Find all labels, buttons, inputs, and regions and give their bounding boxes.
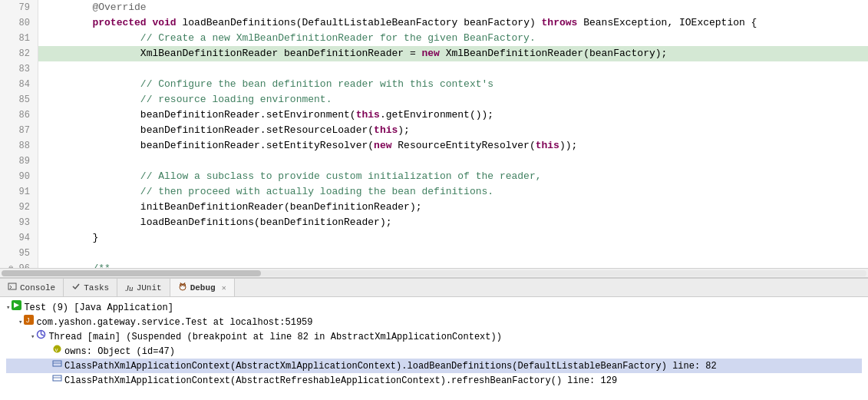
stackframe-icon — [52, 359, 62, 373]
line-content: // Create a new XmlBeanDefinitionReader … — [38, 31, 868, 46]
panel-tab-debug[interactable]: Debug✕ — [170, 279, 235, 296]
code-line-82: 82 XmlBeanDefinitionReader beanDefinitio… — [0, 46, 868, 61]
code-editor: 79 @Override80 protected void loadBeanDe… — [0, 0, 868, 268]
line-content: } — [38, 230, 868, 246]
code-line-89: 89 — [0, 154, 868, 169]
code-line-96: ⊖ 96 /** — [0, 261, 868, 268]
junit-tab-label: JUnit — [137, 283, 162, 293]
line-content — [38, 246, 868, 261]
tree-row-l2[interactable]: ▾Thread [main] (Suspended (breakpoint at… — [6, 329, 862, 344]
tasks-tab-label: Tasks — [84, 283, 109, 293]
line-number: 86 — [0, 107, 38, 123]
test-root-icon — [12, 300, 21, 315]
line-number: 92 — [0, 200, 38, 215]
expand-arrow-icon[interactable]: ▾ — [6, 301, 10, 315]
line-number: 80 — [0, 15, 38, 31]
tree-row-l3[interactable]: vowns: Object (id=47) — [6, 344, 862, 359]
panel-content: ▾Test (9) [Java Application]▾Jcom.yashon… — [0, 297, 868, 400]
panel-tabs: ConsoleTasksJuJUnitDebug✕ — [0, 279, 868, 297]
tasks-icon — [71, 282, 81, 293]
line-content: /** — [38, 261, 868, 268]
tree-row-l3[interactable]: ClassPathXmlApplicationContext(AbstractX… — [6, 359, 862, 373]
java-app-icon: J — [24, 315, 34, 329]
tree-row-l3[interactable]: ClassPathXmlApplicationContext(AbstractR… — [6, 373, 862, 388]
code-line-94: 94 } — [0, 230, 868, 246]
panel-tab-tasks[interactable]: Tasks — [64, 279, 117, 296]
code-line-79: 79 @Override — [0, 0, 868, 15]
panel-tab-junit[interactable]: JuJUnit — [117, 279, 170, 296]
line-content — [38, 154, 868, 169]
tree-l3-label: owns: Object (id=47) — [64, 345, 175, 359]
svg-line-12 — [41, 335, 45, 336]
line-content: beanDefinitionReader.setEnvironment(this… — [38, 107, 868, 123]
tree-l3-label: ClassPathXmlApplicationContext(AbstractR… — [64, 374, 617, 388]
line-number: 90 — [0, 169, 38, 184]
line-number: 91 — [0, 184, 38, 200]
code-lines: 79 @Override80 protected void loadBeanDe… — [0, 0, 868, 268]
line-content: // then proceed with actually loading th… — [38, 184, 868, 200]
variable-icon: v — [52, 344, 62, 359]
console-icon — [8, 282, 17, 293]
tree-l1-label: com.yashon.gateway.service.Test at local… — [36, 316, 312, 329]
line-content: beanDefinitionReader.setResourceLoader(t… — [38, 123, 868, 138]
line-content: @Override — [38, 0, 868, 15]
code-line-84: 84 // Configure the bean definition read… — [0, 77, 868, 92]
line-content: // Allow a subclass to provide custom in… — [38, 169, 868, 184]
tree-l2-label: Thread [main] (Suspended (breakpoint at … — [48, 330, 502, 344]
tree-l3-label: ClassPathXmlApplicationContext(AbstractX… — [64, 359, 717, 373]
line-number: 95 — [0, 246, 38, 261]
line-number: 84 — [0, 77, 38, 92]
code-line-90: 90 // Allow a subclass to provide custom… — [0, 169, 868, 184]
code-line-88: 88 beanDefinitionReader.setEntityResolve… — [0, 138, 868, 154]
tree-row-root[interactable]: ▾Test (9) [Java Application] — [6, 300, 862, 315]
line-content: // Configure the bean definition reader … — [38, 77, 868, 92]
code-line-85: 85 // resource loading environment. — [0, 92, 868, 107]
panel-tab-console[interactable]: Console — [0, 279, 64, 296]
code-line-83: 83 — [0, 61, 868, 77]
code-line-86: 86 beanDefinitionReader.setEnvironment(t… — [0, 107, 868, 123]
thread-icon — [36, 329, 46, 344]
code-line-81: 81 // Create a new XmlBeanDefinitionRead… — [0, 31, 868, 46]
line-number: 89 — [0, 154, 38, 169]
code-line-93: 93 loadBeanDefinitions(beanDefinitionRea… — [0, 215, 868, 230]
stackframe-icon — [52, 373, 62, 388]
scrollbar-track[interactable] — [2, 270, 866, 276]
line-content — [38, 61, 868, 77]
expand-arrow-icon[interactable]: ▾ — [31, 330, 35, 344]
svg-text:v: v — [55, 346, 58, 353]
bottom-panel: ConsoleTasksJuJUnitDebug✕ ▾Test (9) [Jav… — [0, 277, 868, 400]
line-content: initBeanDefinitionReader(beanDefinitionR… — [38, 200, 868, 215]
line-number: 79 — [0, 0, 38, 15]
line-content: beanDefinitionReader.setEntityResolver(n… — [38, 138, 868, 154]
code-line-95: 95 — [0, 246, 868, 261]
console-tab-label: Console — [20, 283, 55, 293]
debug-tab-label: Debug — [190, 283, 216, 293]
line-number: 83 — [0, 61, 38, 77]
line-number: 94 — [0, 230, 38, 246]
debug-tree: ▾Test (9) [Java Application]▾Jcom.yashon… — [0, 297, 868, 391]
tree-row-l1[interactable]: ▾Jcom.yashon.gateway.service.Test at loc… — [6, 315, 862, 329]
svg-rect-0 — [8, 283, 16, 289]
junit-icon: Ju — [125, 283, 133, 293]
expand-arrow-icon[interactable]: ▾ — [18, 316, 22, 329]
svg-point-1 — [180, 284, 186, 290]
code-line-80: 80 protected void loadBeanDefinitions(De… — [0, 15, 868, 31]
line-number: 85 — [0, 92, 38, 107]
line-number: 87 — [0, 123, 38, 138]
scrollbar-thumb[interactable] — [2, 270, 261, 276]
code-line-87: 87 beanDefinitionReader.setResourceLoade… — [0, 123, 868, 138]
debug-icon — [178, 282, 187, 293]
line-content: loadBeanDefinitions(beanDefinitionReader… — [38, 215, 868, 230]
line-number: 81 — [0, 31, 38, 46]
code-line-92: 92 initBeanDefinitionReader(beanDefiniti… — [0, 200, 868, 215]
tree-root-label: Test (9) [Java Application] — [24, 301, 173, 315]
horizontal-scrollbar[interactable] — [0, 268, 868, 277]
debug-tab-close[interactable]: ✕ — [222, 283, 226, 293]
svg-rect-15 — [53, 361, 61, 366]
line-content: // resource loading environment. — [38, 92, 868, 107]
line-number: 88 — [0, 138, 38, 154]
line-number: 82 — [0, 46, 38, 61]
line-number: ⊖ 96 — [0, 261, 38, 268]
code-line-91: 91 // then proceed with actually loading… — [0, 184, 868, 200]
line-content: protected void loadBeanDefinitions(Defau… — [38, 15, 868, 31]
